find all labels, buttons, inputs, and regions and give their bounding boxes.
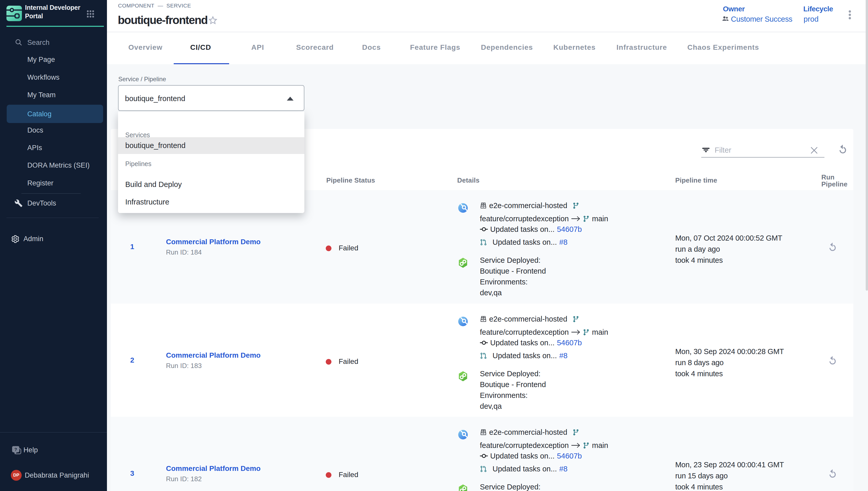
svg-text:?: ? <box>14 447 17 452</box>
